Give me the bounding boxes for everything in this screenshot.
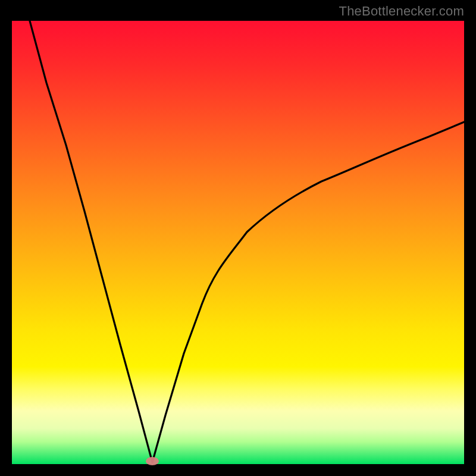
curve-path	[30, 21, 464, 462]
chart-frame: TheBottlenecker.com	[0, 0, 476, 476]
bottleneck-curve	[12, 21, 464, 464]
attribution-label: TheBottlenecker.com	[339, 4, 464, 19]
optimal-point-marker	[146, 457, 159, 465]
plot-area	[12, 21, 464, 464]
